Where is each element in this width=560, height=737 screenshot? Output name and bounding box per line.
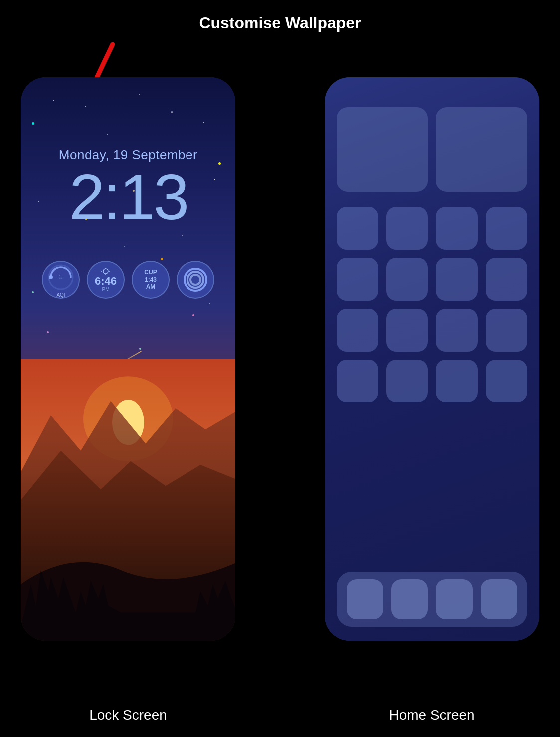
app-icon[interactable]: [436, 207, 478, 250]
page-title: Customise Wallpaper: [199, 14, 361, 32]
app-icon[interactable]: [386, 258, 428, 301]
widget-cup-text: CUP 1:43 AM: [144, 269, 157, 290]
app-row-4: [337, 360, 527, 402]
svg-point-7: [49, 275, 53, 279]
app-icon[interactable]: [337, 207, 378, 250]
widget-cup[interactable]: CUP 1:43 AM: [132, 261, 170, 299]
app-row-2: [337, 258, 527, 301]
home-dock[interactable]: [337, 572, 527, 627]
app-icon[interactable]: [337, 258, 378, 301]
app-icon[interactable]: [486, 360, 528, 402]
lock-screen-phone[interactable]: Monday, 19 September 2:13 -- AQI: [21, 77, 235, 641]
svg-point-9: [103, 269, 108, 274]
landscape-svg: [21, 359, 235, 641]
app-icon[interactable]: [386, 309, 428, 352]
widget-rings[interactable]: [177, 261, 214, 299]
home-widget-left[interactable]: [337, 107, 428, 192]
dock-icon-3[interactable]: [436, 579, 473, 619]
app-icon[interactable]: [386, 360, 428, 402]
widget-aqi[interactable]: -- AQI: [42, 261, 80, 299]
app-icon[interactable]: [386, 207, 428, 250]
aqi-arc-icon: --: [46, 262, 76, 292]
home-screen-label: Home Screen: [325, 707, 539, 723]
home-widgets-row: [337, 107, 527, 192]
app-icon[interactable]: [436, 360, 478, 402]
app-row-1: [337, 207, 527, 250]
dock-icon-1[interactable]: [347, 579, 383, 619]
dock-icon-4[interactable]: [481, 579, 518, 619]
activity-rings-icon: [183, 267, 208, 293]
widget-clock[interactable]: 6:46 PM: [87, 261, 125, 299]
svg-point-19: [190, 275, 200, 285]
lock-screen-time: 2:13: [69, 165, 187, 229]
app-icon[interactable]: [436, 258, 478, 301]
svg-text:--: --: [59, 274, 63, 280]
app-icon[interactable]: [436, 309, 478, 352]
app-icon[interactable]: [486, 258, 528, 301]
clock-weather-icon: [99, 267, 113, 275]
app-icon[interactable]: [337, 309, 378, 352]
widget-clock-period: PM: [102, 287, 110, 292]
app-icon[interactable]: [486, 309, 528, 352]
app-row-3: [337, 309, 527, 352]
aqi-label: AQI: [56, 292, 65, 298]
app-icon[interactable]: [337, 360, 378, 402]
home-app-grid: [337, 207, 527, 410]
widget-clock-time: 6:46: [95, 276, 117, 287]
dock-icon-2[interactable]: [391, 579, 428, 619]
lock-screen-label: Lock Screen: [21, 707, 235, 723]
home-screen-phone[interactable]: [325, 77, 539, 641]
lock-screen-widgets: -- AQI 6:46 PM CUP 1:43 AM: [42, 261, 214, 299]
app-icon[interactable]: [486, 207, 528, 250]
home-widget-right[interactable]: [436, 107, 527, 192]
